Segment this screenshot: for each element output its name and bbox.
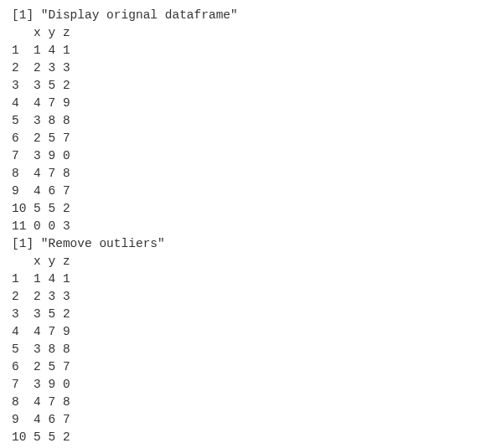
table-row: 7 3 9 0 [12,147,484,165]
table-row: 9 4 6 7 [12,411,484,429]
table-row: 8 4 7 8 [12,165,484,183]
table-row: 5 3 8 8 [12,112,484,130]
table-row: 11 0 0 3 [12,218,484,235]
table-row: 2 2 3 3 [12,288,484,306]
column-header: x y z [12,253,484,270]
table-row: 3 3 5 2 [12,306,484,323]
table-row: 7 3 9 0 [12,376,484,394]
table-row: 9 4 6 7 [12,183,484,200]
print-message: [1] "Remove outliers" [12,235,484,253]
table-row: 5 3 8 8 [12,341,484,358]
table-row: 2 2 3 3 [12,59,484,77]
table-row: 8 4 7 8 [12,394,484,411]
table-row: 6 2 5 7 [12,358,484,376]
table-row: 4 4 7 9 [12,323,484,341]
table-row: 6 2 5 7 [12,130,484,147]
table-row: 1 1 4 1 [12,270,484,288]
table-row: 10 5 5 2 [12,429,484,446]
table-row: 3 3 5 2 [12,77,484,95]
print-message: [1] "Display orignal dataframe" [12,7,484,24]
column-header: x y z [12,24,484,42]
table-row: 1 1 4 1 [12,42,484,59]
table-row: 4 4 7 9 [12,95,484,112]
table-row: 10 5 5 2 [12,200,484,218]
